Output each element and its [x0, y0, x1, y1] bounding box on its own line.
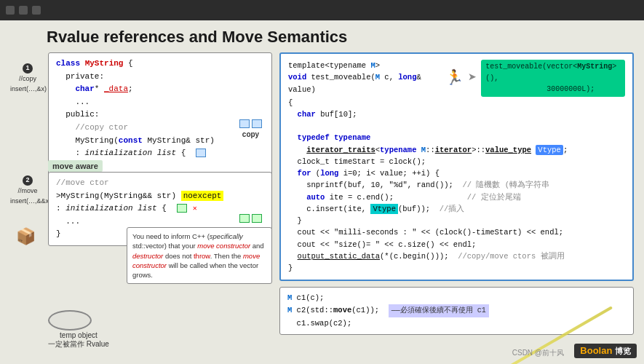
func-sig: void test_moveable(M c, long& value) — [288, 73, 421, 93]
section1-label: 1 //copyinsert(…,&x) — [10, 63, 45, 93]
temp-object-oval — [48, 310, 92, 331]
right-column: template<typename M> void test_moveable(… — [279, 52, 634, 352]
slide-title: Rvalue references and Move Semantics — [47, 28, 634, 47]
iterator-traits-line: iterator_traits<typename M::iterator>::v… — [288, 145, 568, 155]
open-brace: { — [288, 98, 293, 107]
cout-size: cout << "size()= " << c.size() << endl; — [288, 240, 476, 249]
columns: 1 //copyinsert(…,&x) class MyString { pr… — [10, 52, 634, 352]
running-man-icon: 🏃 — [445, 67, 464, 90]
right-code-bottom: M c1(c); M c2(std::move(c1)); ——必須確保後續不再… — [279, 287, 634, 335]
right-code-main: template<typename M> void test_moveable(… — [279, 52, 634, 281]
swap-line: c1.swap(c2); — [287, 319, 351, 328]
boolan-badge: Boolan 博览 — [574, 344, 637, 358]
data-field: char* _data; — [56, 84, 133, 93]
init-list: : initialization list { — [56, 149, 207, 157]
boolan-sub: 博览 — [615, 347, 631, 355]
must-label: ——必須確保後續不再使用 c1 — [389, 304, 489, 317]
noexcept-highlight: noexcept — [181, 191, 224, 201]
temp-object-label: temp object一定被當作 Rvalue — [48, 331, 109, 349]
call-box-green: test_moveable(vector<MyString>(), 300000… — [481, 60, 625, 97]
vtype-call-highlight: Vtype — [370, 204, 398, 214]
vtype-highlight: Vtype — [536, 145, 563, 155]
c1-line: M c1(c); — [287, 293, 324, 302]
left-column: 1 //copyinsert(…,&x) class MyString { pr… — [10, 52, 272, 352]
csdn-watermark: CSDN @前十风 — [512, 348, 564, 358]
shelf-icon: 📦 — [16, 227, 36, 246]
copy-label: copy — [242, 130, 259, 138]
for-line: for (long i=0; i< value; ++i) { — [288, 169, 440, 178]
auto-ite-line: auto ite = c.end(); // 定位於尾端 — [288, 193, 521, 202]
copy-ctor-sig: MyString(const MyString& str) — [56, 136, 215, 145]
copy-ctor-comment: //copy ctor — [56, 123, 128, 132]
class-keyword: class MyString { — [56, 59, 133, 68]
cout-milli: cout << "milli-seconds : " << (clock()-t… — [288, 228, 563, 237]
slide-container: Rvalue references and Move Semantics 1 /… — [0, 0, 644, 364]
template-line: template<typename M> — [288, 61, 380, 70]
buf-line: char buf[10]; — [288, 110, 357, 119]
top-bar-dot-3 — [32, 6, 41, 15]
section2-label: 2 //moveinsert(…,&&x) — [10, 175, 45, 205]
clock-line: clock_t timeStart = clock(); — [288, 157, 426, 166]
close-for: } — [288, 216, 302, 225]
content-area: Rvalue references and Move Semantics 1 /… — [0, 20, 644, 364]
snprintf-line: snprintf(buf, 10, "%d", rand()); // 隨機數 … — [288, 181, 549, 189]
typedef-line: typedef typename — [288, 133, 370, 142]
top-bar-dot-1 — [6, 6, 15, 15]
private-label: private: — [56, 72, 104, 81]
close-brace-main: } — [288, 264, 293, 272]
boolan-text: Boolan — [580, 345, 612, 356]
output-static: output_static_data(*(c.begin())); //copy… — [288, 252, 565, 261]
ellipsis1: ... — [56, 98, 90, 106]
c2-line: M c2(std::move(c1)); ——必須確保後續不再使用 c1 — [287, 306, 489, 314]
insert-line: c.insert(ite, Vtype(buf)); //插入 — [288, 204, 464, 214]
public-label: public: — [56, 110, 99, 119]
copy-boxes: copy — [239, 119, 262, 138]
move-aware-label: move aware — [48, 160, 103, 172]
note-box: You need to inform C++ (specifically std… — [127, 227, 272, 284]
top-bar-dot-2 — [19, 6, 28, 15]
top-bar — [0, 0, 644, 20]
